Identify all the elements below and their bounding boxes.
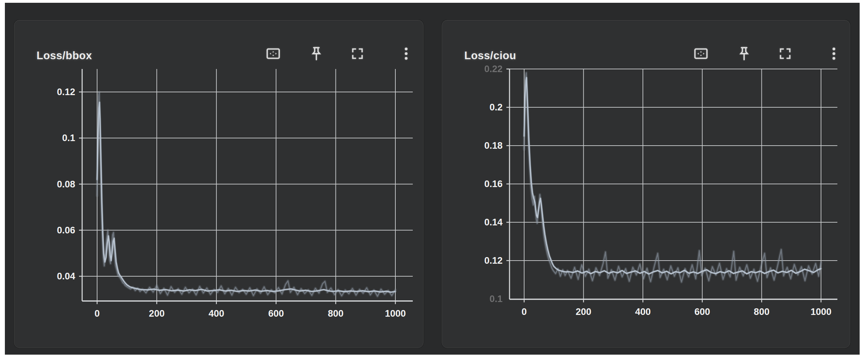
svg-text:0.12: 0.12 — [57, 87, 75, 97]
raw-series — [97, 92, 395, 296]
svg-text:0.16: 0.16 — [484, 179, 503, 189]
svg-text:600: 600 — [268, 308, 284, 319]
scalar-card-loss-ciou: Loss/ciou — [442, 20, 850, 348]
svg-text:800: 800 — [328, 308, 344, 319]
series-lines — [524, 73, 821, 282]
tick-labels: 020040060080010000.120.10.080.060.04 — [57, 87, 406, 319]
svg-text:0.08: 0.08 — [57, 179, 75, 190]
scalar-card-loss-bbox: Loss/bbox — [14, 20, 424, 348]
series-lines — [97, 92, 395, 296]
raw-series-halo — [97, 92, 395, 296]
axes — [79, 69, 413, 304]
svg-text:800: 800 — [754, 307, 770, 317]
svg-text:0.1: 0.1 — [62, 133, 75, 143]
svg-text:0.18: 0.18 — [484, 140, 503, 151]
smoothed-series — [97, 102, 395, 292]
gridlines — [510, 69, 837, 299]
svg-text:1000: 1000 — [385, 308, 406, 319]
svg-text:0.22: 0.22 — [484, 64, 503, 74]
raw-series-halo — [524, 73, 821, 282]
svg-text:0.14: 0.14 — [484, 217, 503, 227]
chart-canvas-loss-bbox[interactable]: 020040060080010000.120.10.080.060.04 — [14, 20, 423, 348]
svg-text:400: 400 — [208, 308, 224, 319]
raw-series — [524, 73, 821, 282]
tick-labels: 020040060080010000.220.20.180.160.140.12… — [484, 64, 831, 317]
svg-text:600: 600 — [694, 307, 710, 317]
svg-text:0: 0 — [94, 308, 100, 319]
svg-text:200: 200 — [149, 308, 165, 319]
screenshot-stage: Loss/bbox — [0, 0, 868, 363]
svg-text:0.06: 0.06 — [57, 225, 75, 235]
gridlines — [82, 69, 413, 301]
svg-text:200: 200 — [576, 307, 591, 317]
chart-canvas-loss-ciou[interactable]: 020040060080010000.220.20.180.160.140.12… — [442, 20, 851, 348]
svg-text:400: 400 — [635, 307, 651, 317]
svg-text:0.2: 0.2 — [489, 102, 503, 113]
svg-text:0.1: 0.1 — [489, 294, 503, 304]
svg-text:0.12: 0.12 — [484, 255, 503, 266]
svg-text:1000: 1000 — [811, 307, 831, 317]
smoothed-series-glow — [97, 102, 395, 292]
svg-text:0: 0 — [521, 307, 527, 317]
svg-text:0.04: 0.04 — [57, 271, 75, 281]
